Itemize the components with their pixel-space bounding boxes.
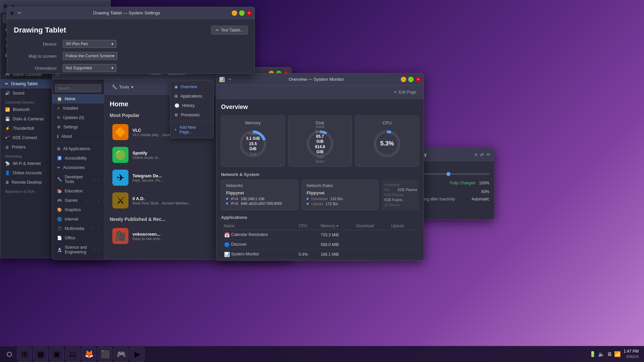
- taskbar-app6[interactable]: 🎮: [114, 347, 128, 362]
- discover-nav-home[interactable]: 🏠 Home: [52, 94, 104, 104]
- discover-nav-office[interactable]: 📄 Office: [52, 233, 104, 243]
- sysmon-max-btn[interactable]: □: [408, 77, 414, 82]
- taskbar-clock[interactable]: 1:47 PM 9/30/24: [624, 349, 639, 359]
- discover-nav-settings[interactable]: ⚙ Settings: [52, 122, 104, 132]
- education-icon: 📚: [57, 189, 62, 193]
- discover-nav-about[interactable]: ℹ About: [52, 132, 104, 141]
- settings-icon: ⚙: [57, 125, 61, 129]
- all-apps-icon: ⊞: [57, 146, 60, 151]
- popup-add-icon: +: [174, 127, 177, 132]
- memory-donut-center: Used 3.1 GiB 15.5 GiB Total: [246, 131, 261, 156]
- spotify-icon: 🟢: [112, 147, 128, 163]
- discover-nav-accessibility[interactable]: ♿ Accessibility: [52, 154, 104, 163]
- popup-history-icon: 🕐: [174, 103, 179, 108]
- sysmon-close-btn[interactable]: ✕: [416, 77, 421, 82]
- pager-icon: ▦: [37, 350, 44, 359]
- dt-pencil-icon: ✏: [18, 10, 21, 15]
- tray-network-icon[interactable]: 📶: [614, 351, 621, 357]
- multimedia-icon: 🎵: [57, 226, 62, 231]
- taskbar-left: ⬡ ⊞ ▦ ▣ 🗂 🦊 ⬛ 🎮 ▶: [0, 347, 148, 362]
- table-row[interactable]: 📊System Monitor 0.4% 166.1 MiB: [221, 250, 419, 259]
- discover-nav-devtools[interactable]: 🔧 Developer Tools ›: [52, 172, 104, 186]
- popup-applications[interactable]: ⊞ Applications: [170, 92, 213, 101]
- discover-nav-science[interactable]: 🔬 Science and Engineering ›: [52, 243, 104, 257]
- discover-nav-internet[interactable]: 🌐 Internet: [52, 215, 104, 224]
- taskbar-konsole[interactable]: ▣: [49, 347, 64, 362]
- discover-nav-multimedia[interactable]: 🎵 Multimedia ›: [52, 224, 104, 233]
- os-label: OS: [384, 188, 389, 192]
- dt-device-select[interactable]: XP-Pen Pen ▾: [63, 40, 116, 48]
- popup-overview[interactable]: ◉ Overview: [170, 82, 213, 92]
- discover-divider: [55, 142, 101, 143]
- taskbar-app7[interactable]: ▶: [130, 347, 145, 362]
- dolphin-icon: 🗂: [69, 350, 76, 359]
- table-row[interactable]: 📅Calendar Reminders 733.3 MiB: [221, 230, 419, 240]
- dt-close-btn[interactable]: ✕: [247, 10, 252, 16]
- taskbar-pager[interactable]: ▦: [33, 347, 48, 362]
- taskbar-terminal[interactable]: ⬛: [98, 347, 112, 362]
- dt-min-btn[interactable]: –: [232, 10, 237, 16]
- dt-map-select[interactable]: Follow the Current Screen ▾: [63, 52, 117, 60]
- tray-display-icon[interactable]: 🖥: [607, 351, 612, 357]
- discover-nav-all[interactable]: ⊞ All Applications: [52, 144, 104, 154]
- disks-icon: 💾: [5, 117, 10, 121]
- discover-nav-syssettings[interactable]: ⚙ System Settings: [52, 257, 104, 259]
- bluetooth-icon: 📶: [5, 107, 10, 112]
- app-discover-upload: [388, 240, 419, 250]
- power-menu-icon[interactable]: ≡: [475, 152, 477, 157]
- terminal-icon: ⬛: [101, 350, 110, 359]
- download-label: Download: [311, 197, 328, 201]
- memory-card: Memory Used 3.1 GiB 15.5 GiB Total: [221, 115, 285, 167]
- online-icon: 👤: [5, 171, 10, 175]
- syssettings-icon: ⚙: [57, 259, 61, 259]
- calendar-icon: 📅: [224, 232, 230, 238]
- power-settings-icon[interactable]: ⇄: [480, 152, 484, 157]
- taskbar-app-switcher[interactable]: ⊞: [17, 347, 32, 362]
- cpu-percent-val: 5.3%: [380, 140, 394, 147]
- discover-nav-education[interactable]: 📚 Education: [52, 186, 104, 196]
- tools-chevron-icon: ▾: [131, 84, 133, 89]
- discover-nav-graphics[interactable]: 🎨 Graphics: [52, 205, 104, 215]
- qt-label: Qt Version: [384, 203, 400, 207]
- discover-nav-accessories[interactable]: ✂ Accessories: [52, 163, 104, 172]
- popup-add-page[interactable]: + Add New Page...: [170, 123, 213, 137]
- sysmon-window: 📊 ✏ Overview — System Monitor – □ ✕ ✏ Ed…: [216, 73, 424, 261]
- net-rates-name: Flippynet: [307, 191, 374, 195]
- thunderbolt-icon: ⚡: [5, 126, 10, 131]
- edit-page-btn[interactable]: ✏ Edit Page: [391, 88, 419, 96]
- remote-icon: 🖥: [5, 180, 9, 185]
- popup-applications-icon: ⊞: [174, 94, 178, 99]
- discover-nav-installed[interactable]: ✓ Installed: [52, 104, 104, 113]
- dt-max-btn[interactable]: □: [239, 10, 245, 16]
- col-memory: Memory ▾: [318, 222, 354, 230]
- discover-search-input[interactable]: [55, 84, 101, 92]
- network-system-title: Network & System: [221, 172, 419, 177]
- table-row[interactable]: 🔵Discover 588.0 MiB: [221, 240, 419, 250]
- memory-used-label: Used: [246, 131, 261, 136]
- tray-battery-icon[interactable]: 🔋: [589, 351, 596, 357]
- col-name: Name: [221, 222, 296, 230]
- taskbar-firefox[interactable]: 🦊: [82, 347, 96, 362]
- start-btn[interactable]: ⬡: [3, 348, 16, 361]
- table-row[interactable]: ⚙System Settings 115.5 MiB: [221, 259, 419, 261]
- discover-nav-games[interactable]: 🎮 Games ›: [52, 196, 104, 205]
- app-sysmon-upload: [388, 250, 419, 259]
- tray-sound-icon[interactable]: 🔈: [598, 351, 605, 357]
- tools-btn[interactable]: 🔧 Tools ▾: [109, 83, 136, 91]
- popup-processes[interactable]: ⚙ Processes: [170, 110, 213, 120]
- disk-used-label: Used Space: [313, 124, 328, 134]
- test-tablet-btn[interactable]: ✏ Test Tablet...: [211, 26, 248, 35]
- popup-history[interactable]: 🕐 History: [170, 101, 213, 110]
- taskbar-dolphin[interactable]: 🗂: [65, 347, 80, 362]
- power-edit-icon[interactable]: ✏: [487, 152, 491, 157]
- taskbar-right: 🔋 🔈 🖥 📶 1:47 PM 9/30/24: [584, 349, 644, 359]
- app6-icon: 🎮: [117, 350, 126, 359]
- dt-orientation-select[interactable]: Not Supported ▾: [63, 64, 116, 72]
- discover-nav-updates[interactable]: ↻ Updates (0): [52, 113, 104, 122]
- health-val: 83%: [481, 189, 489, 194]
- clock-time: 1:47 PM: [624, 349, 639, 354]
- popup-divider: [170, 121, 213, 121]
- networks-details: IPv4 192.168.1.156 IPv6 fe80::a510:c002:…: [226, 197, 293, 205]
- sysmon-min-btn[interactable]: –: [401, 77, 406, 82]
- memory-donut: Used 3.1 GiB 15.5 GiB Total: [238, 129, 268, 159]
